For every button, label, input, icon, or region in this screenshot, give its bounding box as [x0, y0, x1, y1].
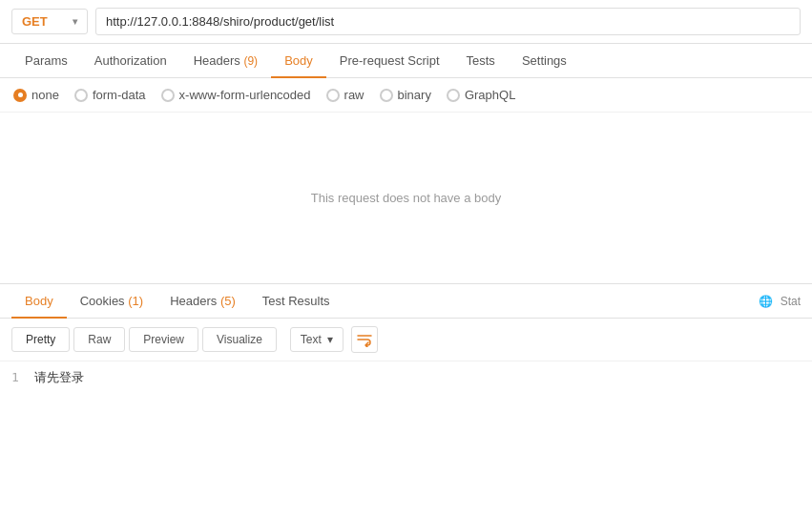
tab-settings[interactable]: Settings	[509, 44, 580, 77]
globe-icon: 🌐	[759, 295, 773, 308]
response-line-1: 1 请先登录	[11, 369, 801, 386]
radio-graphql-circle	[447, 89, 460, 102]
url-bar: GET ▾	[0, 0, 812, 44]
radio-binary[interactable]: binary	[380, 88, 431, 102]
tab-tests[interactable]: Tests	[453, 44, 509, 77]
tab-authorization[interactable]: Authorization	[81, 44, 180, 77]
method-label: GET	[22, 14, 48, 29]
body-options: none form-data x-www-form-urlencoded raw…	[0, 78, 812, 113]
method-select[interactable]: GET ▾	[11, 9, 88, 34]
no-body-message: This request does not have a body	[311, 191, 501, 205]
response-tab-test-results[interactable]: Test Results	[249, 284, 344, 318]
text-label: Text	[301, 333, 322, 346]
radio-raw-circle	[326, 89, 340, 102]
response-tabs: Body Cookies (1) Headers (5) Test Result…	[0, 284, 812, 319]
response-tab-body[interactable]: Body	[11, 284, 67, 318]
url-input[interactable]	[95, 8, 801, 35]
radio-none-circle	[13, 89, 27, 102]
tab-params[interactable]: Params	[11, 44, 81, 77]
visualize-button[interactable]: Visualize	[202, 327, 277, 352]
radio-form-data[interactable]: form-data	[74, 88, 146, 102]
response-tab-headers[interactable]: Headers (5)	[156, 284, 249, 318]
radio-raw[interactable]: raw	[326, 88, 364, 102]
response-tab-cookies[interactable]: Cookies (1)	[67, 284, 156, 318]
text-dropdown[interactable]: Text ▾	[290, 327, 344, 352]
request-body-area: This request does not have a body	[0, 113, 812, 284]
pretty-button[interactable]: Pretty	[11, 327, 70, 352]
line-number: 1	[11, 370, 19, 384]
method-chevron-icon: ▾	[73, 16, 77, 27]
raw-button[interactable]: Raw	[73, 327, 125, 352]
radio-urlencoded[interactable]: x-www-form-urlencoded	[161, 88, 311, 102]
radio-none[interactable]: none	[13, 88, 59, 102]
radio-form-data-circle	[74, 89, 88, 102]
response-text: 请先登录	[34, 369, 84, 386]
wrap-icon[interactable]	[351, 326, 378, 353]
radio-graphql[interactable]: GraphQL	[447, 88, 515, 102]
format-toolbar: Pretty Raw Preview Visualize Text ▾	[0, 319, 812, 361]
tab-body[interactable]: Body	[271, 44, 326, 77]
tab-pre-request[interactable]: Pre-request Script	[326, 44, 453, 77]
response-status-area: 🌐 Stat	[759, 295, 801, 308]
radio-urlencoded-circle	[161, 89, 175, 102]
request-tabs: Params Authorization Headers (9) Body Pr…	[0, 44, 812, 78]
response-content-area: 1 请先登录	[0, 361, 812, 394]
radio-binary-circle	[380, 89, 393, 102]
status-label: Stat	[781, 295, 801, 308]
preview-button[interactable]: Preview	[129, 327, 198, 352]
tab-headers[interactable]: Headers (9)	[180, 44, 271, 77]
dropdown-chevron-icon: ▾	[327, 333, 333, 346]
